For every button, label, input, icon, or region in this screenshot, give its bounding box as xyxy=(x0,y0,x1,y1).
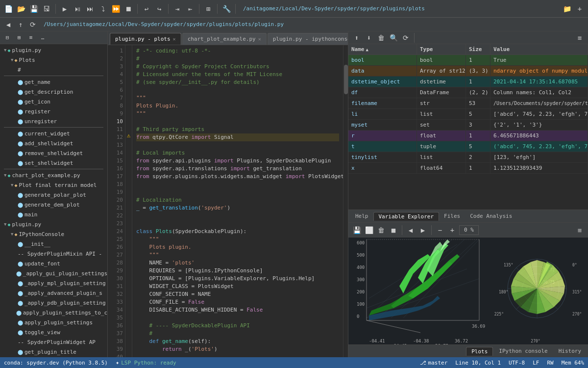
tab-plugin-ipython[interactable]: plugin.py - ipythonconsole ✕ xyxy=(268,33,348,45)
stop-icon[interactable]: ⏹ xyxy=(123,3,134,14)
tab-chart[interactable]: chart_plot_example.py ✕ xyxy=(182,33,267,45)
add-icon[interactable]: + xyxy=(574,3,585,14)
outdent-icon[interactable]: ⇤ xyxy=(185,3,196,14)
tree-chart-file[interactable]: ▼ ◆ chart_plot_example.py xyxy=(0,170,107,180)
plot-menu-icon[interactable]: ≡ xyxy=(574,225,585,236)
plot-save-icon[interactable]: 💾 xyxy=(351,225,362,236)
tree-current-widget[interactable]: ⬤ current_widget xyxy=(0,129,107,138)
collapse-all-icon[interactable]: ⊟ xyxy=(2,32,13,43)
toggle-layout-icon[interactable]: ⊞ xyxy=(203,3,214,14)
col-value[interactable]: Value xyxy=(490,44,588,54)
tab-ipython-console[interactable]: IPython console xyxy=(494,347,552,355)
tab-help[interactable]: Help xyxy=(350,212,373,220)
tools-icon[interactable]: 🔧 xyxy=(221,3,232,14)
var-row-df[interactable]: df DataFrame (2, 2) Column names: Col1, … xyxy=(348,87,588,98)
tree-hash[interactable]: # xyxy=(0,65,107,75)
tab-close-icon[interactable]: ✕ xyxy=(258,36,261,42)
indent-icon[interactable]: ⇥ xyxy=(172,3,183,14)
debug-icon[interactable]: ⏯ xyxy=(72,3,83,14)
tree-ipython-folder[interactable]: ▼ ◆ IPythonConsole xyxy=(0,229,107,239)
tree-gen-polar[interactable]: ⬤ generate_polar_plot xyxy=(0,190,107,200)
tree-apply-settings[interactable]: ⬤ apply_plugin_settings xyxy=(0,317,107,327)
tree-register[interactable]: ⬤ register xyxy=(0,106,107,116)
tab-code-analysis[interactable]: Code Analysis xyxy=(465,212,517,220)
tree-apply-adv[interactable]: ⬤ _apply_advanced_plugin_s xyxy=(0,288,107,298)
tree-set-shellwidget[interactable]: ⬤ set_shellwidget xyxy=(0,158,107,168)
tree-apply-pdb[interactable]: ⬤ _apply_pdb_plugin_setting xyxy=(0,298,107,308)
var-remove-icon[interactable]: 🗑 xyxy=(376,32,387,43)
var-row-x[interactable]: x float64 1 1.1235123893439 xyxy=(348,163,588,174)
sync-icon[interactable]: ⟳ xyxy=(27,19,38,30)
var-row-li[interactable]: li list 5 ['abcd', 745, 2.23, 'efgh', 70… xyxy=(348,109,588,120)
undo-icon[interactable]: ↩ xyxy=(141,3,152,14)
scrollbar-thumb[interactable] xyxy=(344,65,348,94)
tree-file-plugin[interactable]: ▼ ◆ plugin.py xyxy=(0,45,107,55)
var-refresh-icon[interactable]: ⟳ xyxy=(400,32,411,43)
plot-zoom-in-icon[interactable]: + xyxy=(447,225,458,236)
tree-toggle-view[interactable]: ⬤ toggle_view xyxy=(0,327,107,337)
expand-all-icon[interactable]: ⊞ xyxy=(14,32,24,43)
plot-stop-icon[interactable]: ■ xyxy=(388,225,399,236)
var-row-data[interactable]: data Array of str128 (3, 3) ndarray obje… xyxy=(348,66,588,77)
open-file-icon[interactable]: 📂 xyxy=(16,3,26,14)
col-size[interactable]: Size xyxy=(466,44,490,54)
var-row-datetime[interactable]: dstetime_object dstetime 1 2021-04-14 17… xyxy=(348,77,588,87)
tab-variable-explorer[interactable]: Variable Explorer xyxy=(373,212,440,221)
browse-icon[interactable]: 📁 xyxy=(562,3,572,14)
tree-init[interactable]: ⬤ __init__ xyxy=(0,239,107,249)
tree-plots-folder[interactable]: ▼ ◆ Plots xyxy=(0,55,107,65)
plot-zoom-out-icon[interactable]: − xyxy=(435,225,445,236)
col-name[interactable]: Name ▲ xyxy=(348,44,417,54)
tree-apply-mpl[interactable]: ⬤ _apply_mpl_plugin_setting xyxy=(0,278,107,288)
plot-copy-icon[interactable]: ⬜ xyxy=(364,225,374,236)
var-search-icon[interactable]: 🔍 xyxy=(388,32,399,43)
tree-get-name[interactable]: ⬤ get_name xyxy=(0,77,107,87)
var-import-icon[interactable]: ⬆ xyxy=(351,32,362,43)
var-row-t[interactable]: t tuple 5 ('abcd', 745, 2.23, 'efgh', 70… xyxy=(348,141,588,152)
tree-plot-terrain[interactable]: ▼ ◆ Plot final terrain model xyxy=(0,180,107,190)
var-row-bool[interactable]: bool bool 1 True xyxy=(348,55,588,66)
col-type[interactable]: Type xyxy=(417,44,466,54)
var-export-icon[interactable]: ⬇ xyxy=(364,32,374,43)
run-icon[interactable]: ▶ xyxy=(59,3,70,14)
tree-remove-shellwidget[interactable]: ⬤ remove_shellwidget xyxy=(0,148,107,158)
tab-files[interactable]: Files xyxy=(439,212,465,220)
var-row-myset[interactable]: myset set 3 {'2', '1', '3'} xyxy=(348,120,588,131)
plot-delete-icon[interactable]: 🗑 xyxy=(376,225,387,236)
tree-get-description[interactable]: ⬤ get_description xyxy=(0,87,107,97)
tree-gen-dem[interactable]: ⬤ generate_dem_plot xyxy=(0,200,107,210)
tree-plugin-mixin[interactable]: -- SpyderPluginMixin API - xyxy=(0,249,107,259)
tree-plugin-title[interactable]: ⬤ get_plugin_title xyxy=(0,347,107,357)
step-icon[interactable]: ⏭ xyxy=(85,3,96,14)
tree-unregister[interactable]: ⬤ unregister xyxy=(0,116,107,126)
redo-icon[interactable]: ↪ xyxy=(154,3,165,14)
plot-prev-icon[interactable]: ◀ xyxy=(405,225,416,236)
save-all-icon[interactable]: 🖫 xyxy=(41,3,52,14)
editor-scrollbar[interactable] xyxy=(343,45,348,357)
tree-plugin2[interactable]: ▼ ◆ plugin.py xyxy=(0,219,107,229)
plot-next-icon[interactable]: ▶ xyxy=(417,225,428,236)
var-row-tinylist[interactable]: tinylist list 2 [123, 'efgh'] xyxy=(348,152,588,163)
continue-icon[interactable]: ⏩ xyxy=(110,3,121,14)
var-row-filename[interactable]: filename str 53 /Users/Documents/spyder/… xyxy=(348,98,588,109)
new-file-icon[interactable]: 📄 xyxy=(3,3,14,14)
tree-update-font[interactable]: ⬤ update_font xyxy=(0,259,107,268)
step-into-icon[interactable]: ⤵ xyxy=(98,3,108,14)
tree-apply-settings-c[interactable]: ⬤ apply_plugin_settings_to_c xyxy=(0,308,107,317)
tree-add-shellwidget[interactable]: ⬤ add_shellwidget xyxy=(0,138,107,148)
tab-history[interactable]: History xyxy=(554,347,586,355)
tab-close-icon[interactable]: ✕ xyxy=(173,36,176,42)
var-row-r[interactable]: r float 1 6.465671886443 xyxy=(348,131,588,141)
up-dir-icon[interactable]: ↑ xyxy=(15,19,26,30)
save-icon[interactable]: 💾 xyxy=(28,3,39,14)
back-icon[interactable]: ◀ xyxy=(3,19,14,30)
tab-plugin-plots[interactable]: plugin.py - plots ✕ xyxy=(110,33,181,45)
code-editor[interactable]: # -*- coding: utf-8 -*- # # Copyright © … xyxy=(132,45,343,357)
tree-get-icon[interactable]: ⬤ get_icon xyxy=(0,97,107,106)
var-menu-icon[interactable]: ≡ xyxy=(574,32,585,43)
tree-apply-gui[interactable]: ⬤ _apply_gui_plugin_settings xyxy=(0,268,107,278)
tab-plots[interactable]: Plots xyxy=(466,347,493,356)
filter-icon[interactable]: ≡ xyxy=(25,32,36,43)
tree-main[interactable]: ⬤ main xyxy=(0,210,107,219)
tree-plugin-widget[interactable]: -- SpyderPluginWidget AP xyxy=(0,337,107,347)
